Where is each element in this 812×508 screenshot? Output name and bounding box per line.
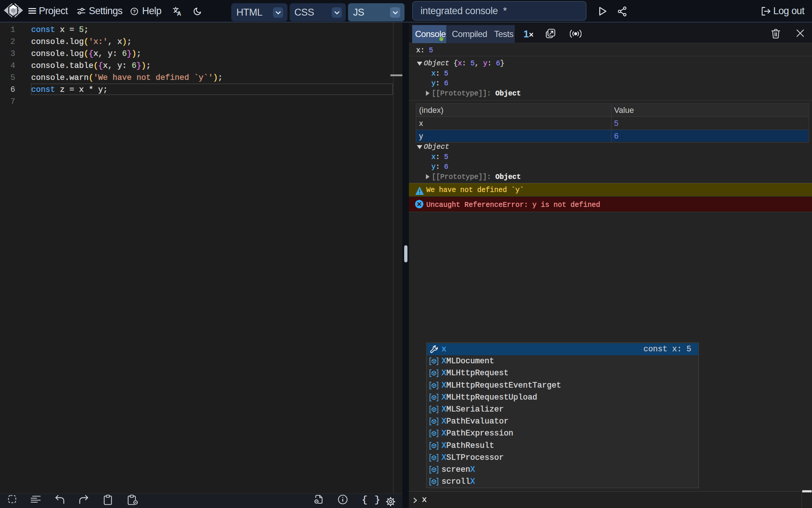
svg-text:?: ? <box>133 9 136 14</box>
svg-text:A: A <box>177 11 181 16</box>
